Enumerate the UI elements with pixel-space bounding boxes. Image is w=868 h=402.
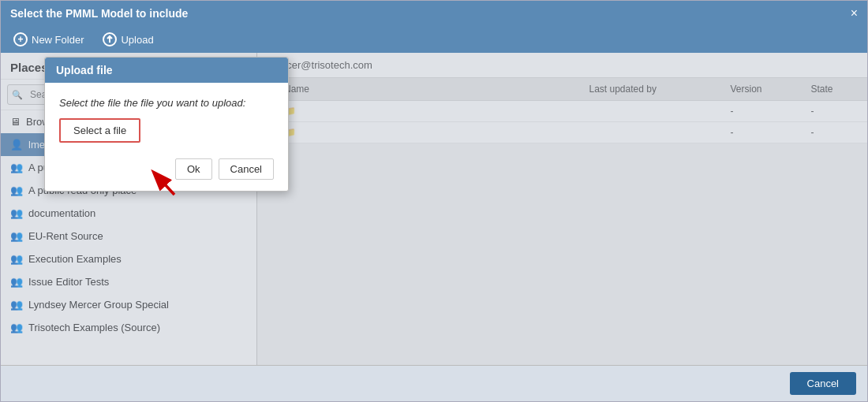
title-bar: Select the PMML Model to include × xyxy=(1,1,867,26)
footer-cancel-button[interactable]: Cancel xyxy=(790,372,856,395)
content-area: Places 🔍 🖥 Browser Internal Storage 👤 lm… xyxy=(1,53,867,365)
instruction-italic: the file xyxy=(121,97,154,109)
cancel-dialog-button[interactable]: Cancel xyxy=(219,158,274,180)
new-folder-button[interactable]: + New Folder xyxy=(10,31,87,48)
upload-button[interactable]: Upload xyxy=(99,31,156,48)
new-folder-icon: + xyxy=(13,32,28,47)
upload-dialog-body: Select the file the file you want to upl… xyxy=(45,83,288,151)
close-button[interactable]: × xyxy=(851,7,858,20)
upload-icon xyxy=(103,32,117,47)
upload-dialog: Upload file Select the file the file you… xyxy=(44,57,289,192)
upload-dialog-footer: Ok Cancel xyxy=(45,151,288,191)
toolbar: + New Folder Upload xyxy=(1,26,867,53)
upload-dialog-title: Upload file xyxy=(45,58,288,83)
modal-title: Select the PMML Model to include xyxy=(10,7,188,20)
select-file-button[interactable]: Select a file xyxy=(59,118,140,143)
ok-button[interactable]: Ok xyxy=(175,158,212,180)
upload-instruction: Select the file the file you want to upl… xyxy=(59,97,274,109)
upload-dialog-overlay: Upload file Select the file the file you… xyxy=(1,53,867,365)
select-pmml-modal: Select the PMML Model to include × + New… xyxy=(0,0,868,402)
footer: Cancel xyxy=(1,365,867,401)
